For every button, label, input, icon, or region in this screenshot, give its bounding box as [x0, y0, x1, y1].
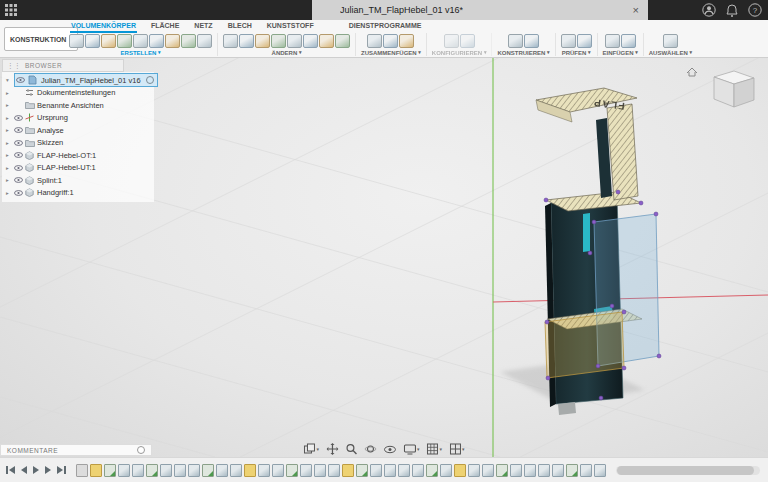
timeline-step-back-button[interactable] [20, 465, 28, 475]
group-label-konfigurieren[interactable]: KONFIGURIEREN ▾ [432, 49, 487, 56]
comments-panel[interactable]: KOMMENTARE [0, 444, 152, 456]
tab-close-icon[interactable]: × [630, 5, 642, 16]
viewport-canvas[interactable]: FLAP [0, 57, 768, 458]
timeline-marker-feature-icon[interactable] [132, 464, 144, 477]
timeline-marker-feature-icon[interactable] [412, 464, 424, 477]
timeline-marker-feature-icon[interactable] [552, 464, 564, 477]
timeline-marker-sketch-icon[interactable] [356, 464, 368, 477]
browser-item-benannte-ansichten[interactable]: ▸Benannte Ansichten [2, 99, 154, 112]
press-pull-icon[interactable] [223, 34, 238, 48]
rib-icon[interactable] [165, 34, 180, 48]
pan-icon[interactable] [326, 443, 338, 455]
tab-netz[interactable]: NETZ [193, 20, 213, 33]
timeline-marker-feature-icon[interactable] [370, 464, 382, 477]
revolve-icon[interactable] [117, 34, 132, 48]
timeline-marker-sketch-icon[interactable] [286, 464, 298, 477]
expand-arrow-icon[interactable]: ▸ [6, 115, 14, 121]
selection-box-yellow[interactable] [545, 312, 624, 378]
timeline-marker-feature-icon[interactable] [580, 464, 592, 477]
timeline-marker-feature-icon[interactable] [300, 464, 312, 477]
timeline-marker-sketch-icon[interactable] [202, 464, 214, 477]
selected-item-box[interactable]: Julian_TM_FlapHebel_01 v16 [14, 73, 158, 87]
timeline-marker-settings-icon[interactable] [76, 464, 88, 477]
user-profile-icon[interactable] [702, 3, 716, 17]
group-label-einf-gen[interactable]: EINFÜGEN ▾ [603, 49, 638, 56]
visibility-eye-icon[interactable] [14, 115, 25, 121]
timeline-marker-feature-icon[interactable] [160, 464, 172, 477]
orbit-icon[interactable] [364, 443, 376, 455]
timeline-marker-feature-icon[interactable] [468, 464, 480, 477]
browser-item-analyse[interactable]: ▸Analyse [2, 124, 154, 137]
group-label-konstruieren[interactable]: KONSTRUIEREN ▾ [497, 49, 549, 56]
visibility-eye-icon[interactable] [14, 165, 25, 171]
create-sketch-icon[interactable] [69, 34, 84, 48]
group-label-ndern[interactable]: ÄNDERN ▾ [272, 49, 302, 56]
timeline-marker-feature-icon[interactable] [258, 464, 270, 477]
expand-arrow-icon[interactable]: ▸ [6, 90, 14, 96]
joint-icon[interactable] [399, 34, 414, 48]
loft-icon[interactable] [149, 34, 164, 48]
sweep-icon[interactable] [133, 34, 148, 48]
tab-dienstprogramme[interactable]: DIENSTPROGRAMME [348, 20, 423, 33]
expand-arrow-icon[interactable]: ▸ [6, 152, 14, 158]
look-at-icon[interactable] [383, 445, 396, 454]
visibility-eye-icon[interactable] [14, 152, 25, 158]
timeline-marker-feature-icon[interactable] [314, 464, 326, 477]
timeline-go-to-end-button[interactable] [56, 465, 67, 475]
timeline-marker-feature-icon[interactable] [510, 464, 522, 477]
view-cube[interactable] [684, 63, 762, 119]
group-label-zusammenf-gen[interactable]: ZUSAMMENFÜGEN ▾ [361, 49, 421, 56]
timeline-marker-feature-icon[interactable] [482, 464, 494, 477]
group-label-ausw-hlen[interactable]: AUSWÄHLEN ▾ [649, 49, 692, 56]
timeline-marker-sketch-icon[interactable] [496, 464, 508, 477]
timeline-marker-feature-icon[interactable] [398, 464, 410, 477]
timeline-marker-feature-icon[interactable] [188, 464, 200, 477]
comments-toggle-icon[interactable] [137, 446, 145, 454]
browser-item-ursprung[interactable]: ▸Ursprung [2, 112, 154, 125]
timeline-marker-feature-icon[interactable] [524, 464, 536, 477]
timeline-marker-feature-icon[interactable] [440, 464, 452, 477]
select-icon[interactable] [663, 34, 678, 48]
timeline-marker-feature-icon[interactable] [216, 464, 228, 477]
base-stub[interactable] [558, 402, 576, 415]
visibility-eye-icon[interactable] [14, 190, 25, 196]
expand-arrow-icon[interactable]: ▸ [6, 190, 14, 196]
timeline-marker-sketch-icon[interactable] [146, 464, 158, 477]
timeline-play-button[interactable] [32, 465, 40, 475]
scale-icon[interactable] [303, 34, 318, 48]
hole-icon[interactable] [181, 34, 196, 48]
timeline-marker-feature-icon[interactable] [328, 464, 340, 477]
offset-plane-icon[interactable] [508, 34, 523, 48]
group-label-pr-fen[interactable]: PRÜFEN ▾ [562, 49, 591, 56]
combine-icon[interactable] [319, 34, 334, 48]
expand-arrow-icon[interactable]: ▾ [6, 77, 14, 83]
timeline-marker-sketch-icon[interactable] [104, 464, 116, 477]
browser-item-handgriff-1[interactable]: ▸Handgriff:1 [2, 187, 154, 200]
timeline-marker-feature-icon[interactable] [230, 464, 242, 477]
tab-volumenk-rper[interactable]: VOLUMENKÖRPER [70, 20, 137, 33]
tab-kunststoff[interactable]: KUNSTSTOFF [266, 20, 315, 33]
tab-fl-che[interactable]: FLÄCHE [150, 20, 180, 33]
app-menu-icon[interactable] [3, 2, 19, 18]
viewports-icon[interactable]: ▾ [449, 443, 465, 455]
shell-icon[interactable] [271, 34, 286, 48]
section-analysis-icon[interactable] [577, 34, 592, 48]
browser-item-dokumenteinstellungen[interactable]: ▸Dokumenteinstellungen [2, 87, 154, 100]
timeline-scrollbar[interactable] [616, 466, 760, 475]
fillet-icon[interactable] [239, 34, 254, 48]
configuration-table-icon[interactable] [460, 34, 475, 48]
expand-arrow-icon[interactable]: ▸ [6, 102, 14, 108]
ground-target-icon[interactable] [146, 76, 154, 84]
timeline-marker-feature-icon[interactable] [538, 464, 550, 477]
chamfer-icon[interactable] [255, 34, 270, 48]
hook-arm[interactable] [607, 104, 638, 200]
timeline-marker-feature-icon[interactable] [384, 464, 396, 477]
visibility-eye-icon[interactable] [14, 140, 25, 146]
join-icon[interactable] [383, 34, 398, 48]
draft-icon[interactable] [287, 34, 302, 48]
expand-arrow-icon[interactable]: ▸ [6, 177, 14, 183]
timeline-marker-component-icon[interactable] [90, 464, 102, 477]
timeline-marker-sketch-icon[interactable] [426, 464, 438, 477]
zoom-icon[interactable] [345, 443, 357, 455]
insert-derive-icon[interactable] [605, 34, 620, 48]
